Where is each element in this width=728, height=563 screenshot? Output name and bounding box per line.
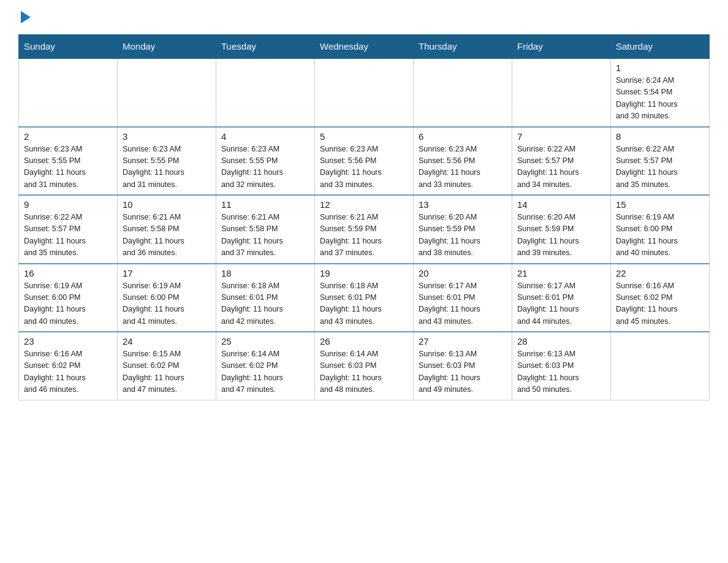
- day-number: 3: [123, 131, 211, 142]
- calendar-cell: 28Sunrise: 6:13 AMSunset: 6:03 PMDayligh…: [512, 332, 611, 400]
- day-info: Sunrise: 6:19 AMSunset: 6:00 PMDaylight:…: [123, 280, 211, 328]
- day-number: 5: [320, 131, 408, 142]
- calendar-cell: 4Sunrise: 6:23 AMSunset: 5:55 PMDaylight…: [216, 127, 315, 196]
- calendar-cell: 18Sunrise: 6:18 AMSunset: 6:01 PMDayligh…: [216, 264, 315, 332]
- day-number: 23: [24, 336, 112, 347]
- calendar-cell: 12Sunrise: 6:21 AMSunset: 5:59 PMDayligh…: [315, 195, 414, 264]
- calendar-cell: 3Sunrise: 6:23 AMSunset: 5:55 PMDaylight…: [118, 127, 216, 196]
- calendar-cell: 16Sunrise: 6:19 AMSunset: 6:00 PMDayligh…: [19, 264, 118, 332]
- day-number: 1: [616, 63, 704, 73]
- calendar-cell: 8Sunrise: 6:22 AMSunset: 5:57 PMDaylight…: [611, 127, 710, 196]
- day-number: 9: [24, 199, 112, 210]
- calendar-cell: 13Sunrise: 6:20 AMSunset: 5:59 PMDayligh…: [414, 195, 512, 264]
- day-info: Sunrise: 6:23 AMSunset: 5:56 PMDaylight:…: [320, 144, 408, 191]
- day-number: 8: [616, 131, 704, 142]
- page-header: [18, 12, 710, 22]
- day-info: Sunrise: 6:23 AMSunset: 5:55 PMDaylight:…: [221, 144, 309, 191]
- day-number: 25: [221, 336, 309, 347]
- weekday-header-sunday: Sunday: [19, 35, 118, 59]
- day-info: Sunrise: 6:15 AMSunset: 6:02 PMDaylight:…: [123, 348, 211, 396]
- day-number: 15: [616, 199, 704, 210]
- day-number: 22: [616, 268, 704, 278]
- day-number: 7: [517, 131, 605, 142]
- day-info: Sunrise: 6:21 AMSunset: 5:58 PMDaylight:…: [123, 212, 211, 259]
- calendar-cell: 23Sunrise: 6:16 AMSunset: 6:02 PMDayligh…: [19, 332, 118, 400]
- weekday-header-saturday: Saturday: [611, 35, 710, 59]
- calendar-cell: 21Sunrise: 6:17 AMSunset: 6:01 PMDayligh…: [512, 264, 611, 332]
- calendar-table: SundayMondayTuesdayWednesdayThursdayFrid…: [18, 34, 710, 400]
- day-number: 17: [123, 268, 211, 278]
- day-info: Sunrise: 6:17 AMSunset: 6:01 PMDaylight:…: [419, 280, 507, 328]
- day-number: 24: [123, 336, 211, 347]
- calendar-cell: 22Sunrise: 6:16 AMSunset: 6:02 PMDayligh…: [611, 264, 710, 332]
- logo: [18, 12, 32, 22]
- calendar-cell: 5Sunrise: 6:23 AMSunset: 5:56 PMDaylight…: [315, 127, 414, 196]
- calendar-week-row: 9Sunrise: 6:22 AMSunset: 5:57 PMDaylight…: [19, 195, 710, 264]
- weekday-header-monday: Monday: [118, 35, 216, 59]
- day-info: Sunrise: 6:23 AMSunset: 5:55 PMDaylight:…: [24, 144, 112, 191]
- logo-triangle-icon: [21, 11, 31, 23]
- day-number: 28: [517, 336, 605, 347]
- weekday-header-wednesday: Wednesday: [315, 35, 414, 59]
- day-number: 13: [419, 199, 507, 210]
- calendar-cell: [512, 58, 611, 127]
- day-number: 19: [320, 268, 408, 278]
- calendar-cell: 10Sunrise: 6:21 AMSunset: 5:58 PMDayligh…: [118, 195, 216, 264]
- calendar-week-row: 23Sunrise: 6:16 AMSunset: 6:02 PMDayligh…: [19, 332, 710, 400]
- calendar-cell: [315, 58, 414, 127]
- calendar-cell: 27Sunrise: 6:13 AMSunset: 6:03 PMDayligh…: [414, 332, 512, 400]
- calendar-cell: 14Sunrise: 6:20 AMSunset: 5:59 PMDayligh…: [512, 195, 611, 264]
- day-info: Sunrise: 6:13 AMSunset: 6:03 PMDaylight:…: [419, 348, 507, 396]
- day-info: Sunrise: 6:24 AMSunset: 5:54 PMDaylight:…: [616, 75, 704, 123]
- day-info: Sunrise: 6:20 AMSunset: 5:59 PMDaylight:…: [517, 212, 605, 259]
- calendar-cell: 20Sunrise: 6:17 AMSunset: 6:01 PMDayligh…: [414, 264, 512, 332]
- calendar-cell: [216, 58, 315, 127]
- calendar-cell: [118, 58, 216, 127]
- day-number: 26: [320, 336, 408, 347]
- calendar-cell: [611, 332, 710, 400]
- calendar-cell: 9Sunrise: 6:22 AMSunset: 5:57 PMDaylight…: [19, 195, 118, 264]
- day-info: Sunrise: 6:21 AMSunset: 5:58 PMDaylight:…: [221, 212, 309, 259]
- weekday-header-friday: Friday: [512, 35, 611, 59]
- day-info: Sunrise: 6:14 AMSunset: 6:03 PMDaylight:…: [320, 348, 408, 396]
- calendar-cell: [19, 58, 118, 127]
- calendar-week-row: 16Sunrise: 6:19 AMSunset: 6:00 PMDayligh…: [19, 264, 710, 332]
- day-info: Sunrise: 6:13 AMSunset: 6:03 PMDaylight:…: [517, 348, 605, 396]
- day-info: Sunrise: 6:18 AMSunset: 6:01 PMDaylight:…: [320, 280, 408, 328]
- day-number: 12: [320, 199, 408, 210]
- day-info: Sunrise: 6:22 AMSunset: 5:57 PMDaylight:…: [24, 212, 112, 259]
- day-number: 14: [517, 199, 605, 210]
- calendar-cell: 17Sunrise: 6:19 AMSunset: 6:00 PMDayligh…: [118, 264, 216, 332]
- calendar-cell: 24Sunrise: 6:15 AMSunset: 6:02 PMDayligh…: [118, 332, 216, 400]
- day-info: Sunrise: 6:22 AMSunset: 5:57 PMDaylight:…: [616, 144, 704, 191]
- day-info: Sunrise: 6:17 AMSunset: 6:01 PMDaylight:…: [517, 280, 605, 328]
- day-number: 18: [221, 268, 309, 278]
- calendar-cell: 25Sunrise: 6:14 AMSunset: 6:02 PMDayligh…: [216, 332, 315, 400]
- day-number: 21: [517, 268, 605, 278]
- day-info: Sunrise: 6:16 AMSunset: 6:02 PMDaylight:…: [24, 348, 112, 396]
- day-number: 4: [221, 131, 309, 142]
- day-number: 2: [24, 131, 112, 142]
- calendar-cell: 11Sunrise: 6:21 AMSunset: 5:58 PMDayligh…: [216, 195, 315, 264]
- day-info: Sunrise: 6:23 AMSunset: 5:55 PMDaylight:…: [123, 144, 211, 191]
- calendar-cell: 6Sunrise: 6:23 AMSunset: 5:56 PMDaylight…: [414, 127, 512, 196]
- weekday-header-thursday: Thursday: [414, 35, 512, 59]
- day-number: 16: [24, 268, 112, 278]
- day-info: Sunrise: 6:23 AMSunset: 5:56 PMDaylight:…: [419, 144, 507, 191]
- calendar-week-row: 2Sunrise: 6:23 AMSunset: 5:55 PMDaylight…: [19, 127, 710, 196]
- day-number: 27: [419, 336, 507, 347]
- calendar-cell: 19Sunrise: 6:18 AMSunset: 6:01 PMDayligh…: [315, 264, 414, 332]
- day-number: 10: [123, 199, 211, 210]
- day-info: Sunrise: 6:14 AMSunset: 6:02 PMDaylight:…: [221, 348, 309, 396]
- day-info: Sunrise: 6:20 AMSunset: 5:59 PMDaylight:…: [419, 212, 507, 259]
- weekday-header-tuesday: Tuesday: [216, 35, 315, 59]
- day-info: Sunrise: 6:16 AMSunset: 6:02 PMDaylight:…: [616, 280, 704, 328]
- day-info: Sunrise: 6:18 AMSunset: 6:01 PMDaylight:…: [221, 280, 309, 328]
- calendar-cell: 1Sunrise: 6:24 AMSunset: 5:54 PMDaylight…: [611, 58, 710, 127]
- day-number: 20: [419, 268, 507, 278]
- day-info: Sunrise: 6:19 AMSunset: 6:00 PMDaylight:…: [24, 280, 112, 328]
- weekday-header-row: SundayMondayTuesdayWednesdayThursdayFrid…: [19, 35, 710, 59]
- day-info: Sunrise: 6:19 AMSunset: 6:00 PMDaylight:…: [616, 212, 704, 259]
- day-info: Sunrise: 6:21 AMSunset: 5:59 PMDaylight:…: [320, 212, 408, 259]
- day-number: 11: [221, 199, 309, 210]
